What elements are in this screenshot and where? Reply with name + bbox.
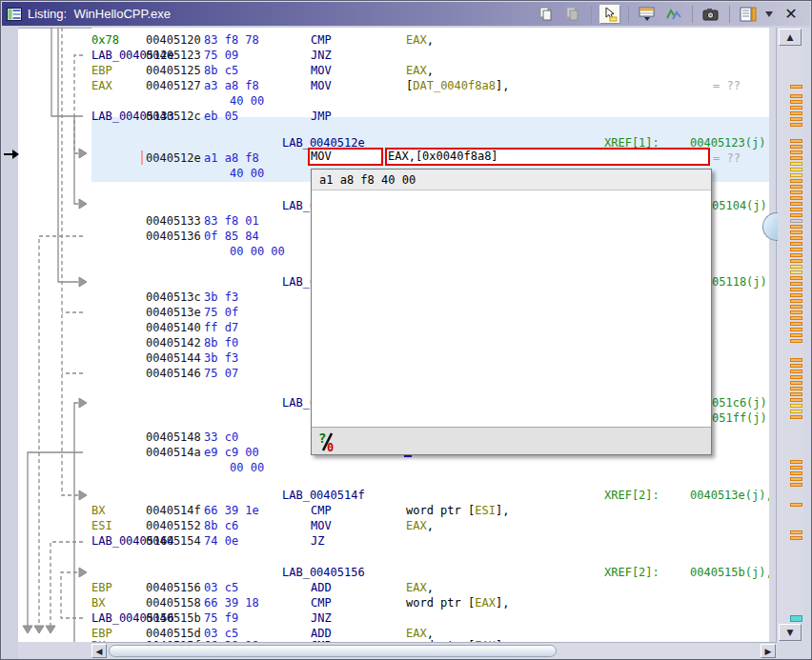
nav-marker[interactable] — [790, 190, 802, 194]
listing-row[interactable]: LAB_0040514fXREF[2]:0040513e(j), 0 — [91, 488, 769, 503]
nav-marker[interactable] — [790, 111, 802, 115]
address[interactable]: 0040513e — [146, 305, 201, 320]
operand[interactable]: DAT_0040f8a8 — [413, 79, 496, 92]
nav-marker[interactable] — [790, 404, 802, 408]
operand[interactable]: word ptr [EAX], — [406, 595, 509, 610]
copy-icon[interactable] — [536, 5, 557, 24]
listing-row[interactable]: 0040515474 0eJZLAB_00405164 — [91, 533, 769, 549]
patch-arrows-icon[interactable] — [663, 5, 684, 24]
address[interactable]: 00405148 — [146, 430, 201, 445]
mnemonic[interactable]: JZ — [311, 533, 324, 549]
bytes[interactable]: 8b f0 — [204, 335, 238, 350]
address[interactable]: 0040515b — [146, 610, 201, 626]
paste-icon[interactable] — [562, 5, 583, 24]
address[interactable]: 0040514f — [146, 503, 201, 518]
nav-marker[interactable] — [790, 471, 802, 475]
horizontal-scroll-thumb[interactable] — [109, 645, 557, 657]
nav-marker[interactable] — [790, 185, 802, 189]
nav-marker[interactable] — [790, 196, 802, 200]
listing-row[interactable]: LAB_00405156XREF[2]:0040515b(j), 0 — [91, 565, 769, 580]
listing-row[interactable]: 0040514f66 39 1eCMPBXword ptr [ESI], — [91, 503, 769, 518]
bytes[interactable]: 0f 85 84 — [204, 229, 259, 244]
operand[interactable]: ESI — [91, 519, 112, 532]
bytes[interactable]: 8b c5 — [204, 63, 238, 78]
operand[interactable]: EBP — [91, 64, 112, 77]
nav-marker[interactable] — [790, 364, 802, 368]
bytes[interactable]: 74 0e — [204, 533, 238, 549]
address[interactable]: 0040513c — [146, 290, 201, 305]
scroll-down-button[interactable]: ▼ — [779, 624, 802, 641]
address[interactable]: 00405144 — [146, 350, 201, 366]
nav-marker[interactable] — [790, 236, 802, 240]
label[interactable]: LAB_0040514f — [282, 488, 365, 503]
bytes[interactable]: 3b f3 — [204, 290, 238, 305]
mnemonic[interactable]: JMP — [311, 109, 332, 124]
operand[interactable]: ESI — [475, 504, 496, 517]
operand[interactable]: EAX — [406, 33, 427, 47]
nav-marker[interactable] — [790, 156, 802, 160]
vertical-scrollbar[interactable]: ▲ ▼ — [776, 28, 803, 642]
nav-marker[interactable] — [790, 94, 802, 98]
operand[interactable]: EAX — [475, 596, 496, 610]
snapshot-camera-icon[interactable] — [700, 5, 721, 24]
operand[interactable]: BX — [91, 596, 105, 610]
bytes[interactable]: 03 c5 — [204, 580, 238, 595]
operand[interactable]: EAX — [406, 581, 427, 594]
bytes[interactable]: eb 05 — [204, 109, 238, 124]
nav-marker[interactable] — [790, 398, 802, 402]
bytes[interactable]: 75 07 — [204, 366, 238, 381]
bytes[interactable]: 83 f8 78 — [204, 32, 259, 48]
listing-row[interactable]: 40 00 — [91, 93, 769, 109]
address[interactable]: 0040514a — [146, 445, 201, 460]
listing-row[interactable]: 004051258b c5MOVEBPEAX, — [91, 63, 769, 78]
label[interactable]: LAB_00405156 — [282, 565, 365, 580]
nav-marker[interactable] — [790, 460, 802, 464]
operand[interactable]: EAX — [406, 64, 427, 77]
address[interactable]: 0040512c — [146, 109, 201, 124]
nav-marker[interactable] — [790, 117, 802, 121]
nav-marker[interactable] — [790, 305, 802, 309]
nav-marker[interactable] — [790, 139, 802, 143]
assembler-popup[interactable]: a1 a8 f8 40 00 ? 0 — [311, 169, 712, 455]
bytes[interactable]: 75 0f — [204, 305, 238, 320]
panel-options-caret-icon[interactable] — [764, 5, 774, 24]
listing-row[interactable]: 00 00 — [91, 460, 769, 475]
address[interactable]: 00405142 — [146, 335, 201, 350]
nav-marker[interactable] — [790, 615, 802, 622]
nav-marker[interactable] — [790, 410, 802, 413]
horizontal-scrollbar[interactable]: ◀ ▶ — [91, 642, 777, 659]
operand[interactable]: word ptr [ — [406, 504, 475, 517]
edit-fields-icon[interactable] — [637, 5, 658, 24]
nav-marker[interactable] — [790, 293, 802, 297]
operand[interactable]: ], — [496, 504, 509, 517]
nav-marker[interactable] — [790, 466, 802, 470]
bytes[interactable]: 75 f9 — [204, 610, 238, 626]
nav-marker[interactable] — [790, 381, 802, 385]
nav-marker[interactable] — [790, 213, 802, 217]
address[interactable]: 0040512e — [146, 150, 201, 166]
operand[interactable]: EAX, — [406, 518, 434, 533]
listing-row[interactable]: 0040512ceb 05JMPLAB_00405133 — [91, 109, 769, 124]
nav-marker[interactable] — [790, 179, 802, 183]
listing-row[interactable]: 0040512083 f8 78CMP0x78EAX, — [91, 32, 769, 48]
nav-marker[interactable] — [790, 387, 802, 390]
nav-marker[interactable] — [790, 202, 802, 206]
scroll-right-button[interactable]: ▶ — [761, 644, 776, 658]
operand[interactable]: EAX — [406, 519, 427, 532]
mnemonic[interactable]: JNZ — [311, 610, 332, 626]
address[interactable]: 00405136 — [146, 229, 201, 244]
nav-marker[interactable] — [790, 173, 802, 177]
nav-marker[interactable] — [790, 270, 802, 274]
xref-label[interactable]: XREF[2]: — [604, 565, 660, 580]
nav-marker[interactable] — [790, 288, 802, 291]
listing-row[interactable]: 00405127a3 a8 f8MOVEAX[DAT_0040f8a8],= ?… — [91, 78, 769, 93]
address[interactable]: 00405127 — [146, 78, 201, 93]
address[interactable]: 00405140 — [146, 320, 201, 335]
operand[interactable]: , — [427, 33, 434, 47]
bytes[interactable]: 3b f3 — [204, 350, 238, 366]
bytes[interactable]: 75 09 — [204, 48, 238, 63]
xref-fragment[interactable]: 05104(j), 0 — [712, 198, 769, 213]
mnemonic[interactable]: JNZ — [311, 48, 332, 63]
listing-row[interactable]: 0040515b75 f9JNZLAB_00405156 — [91, 610, 769, 626]
nav-marker[interactable] — [790, 106, 802, 110]
